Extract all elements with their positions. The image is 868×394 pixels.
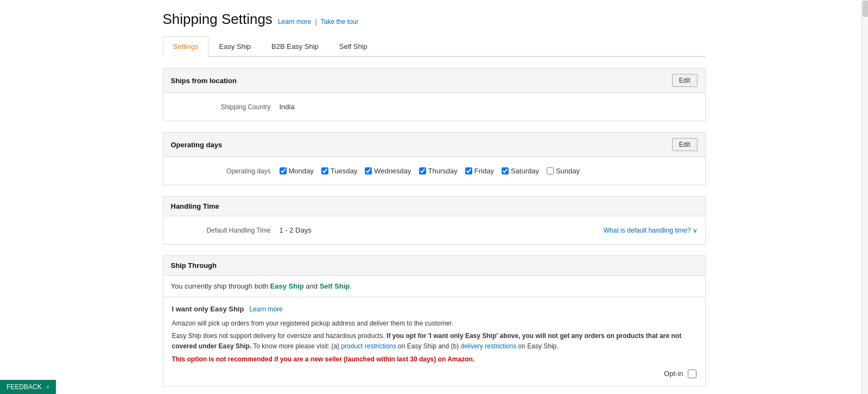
- header-links: Learn more | Take the tour: [278, 18, 358, 26]
- easy-ship-desc2: Easy Ship does not support delivery for …: [172, 331, 696, 352]
- ship-through-section: Ship Through You currently ship through …: [163, 255, 706, 386]
- page-header: Shipping Settings Learn more | Take the …: [163, 11, 706, 28]
- easy-ship-learn-more-link[interactable]: Learn more: [249, 305, 282, 313]
- monday-checkbox[interactable]: [280, 167, 287, 174]
- take-tour-link[interactable]: Take the tour: [321, 18, 358, 26]
- tab-easy-ship[interactable]: Easy Ship: [208, 36, 261, 56]
- tuesday-checkbox[interactable]: [321, 167, 328, 174]
- wednesday-checkbox[interactable]: [365, 167, 372, 174]
- easy-ship-title-row: I want only Easy Ship Learn more: [172, 305, 696, 313]
- warning-text: This option is not recommended if you ar…: [172, 355, 696, 363]
- operating-days-header: Operating days Edit: [163, 133, 705, 157]
- operating-days-section: Operating days Edit Operating days Monda…: [163, 132, 706, 185]
- desc2-before: Easy Ship does not support delivery for …: [172, 332, 387, 340]
- day-wednesday[interactable]: Wednesday: [365, 167, 411, 175]
- feedback-label: FEEDBACK: [7, 383, 42, 391]
- learn-more-link[interactable]: Learn more: [278, 18, 311, 26]
- default-handling-value: 1 - 2 Days: [280, 226, 604, 234]
- ships-from-section: Ships from location Edit Shipping Countr…: [163, 68, 706, 121]
- ship-through-prefix: You currently ship through both: [171, 282, 270, 290]
- handling-time-row: Default Handling Time 1 - 2 Days What is…: [171, 222, 698, 239]
- handling-time-content: Default Handling Time 1 - 2 Days What is…: [163, 216, 705, 244]
- operating-days-row: Operating days Monday Tuesday Wednesday …: [171, 162, 698, 179]
- ships-from-title: Ships from location: [171, 77, 237, 85]
- ship-through-title: Ship Through: [171, 261, 217, 270]
- saturday-checkbox[interactable]: [502, 167, 509, 174]
- sunday-checkbox[interactable]: [547, 167, 554, 174]
- shipping-country-label: Shipping Country: [171, 103, 280, 111]
- tab-b2b-easy-ship[interactable]: B2B Easy Ship: [261, 36, 329, 56]
- day-tuesday[interactable]: Tuesday: [321, 167, 357, 175]
- tab-self-ship[interactable]: Self Ship: [329, 36, 378, 56]
- self-ship-text: Self Ship: [320, 282, 350, 290]
- operating-days-title: Operating days: [171, 141, 223, 149]
- product-restrictions-link[interactable]: product restrictions: [341, 342, 396, 350]
- ships-from-header: Ships from location Edit: [163, 68, 705, 93]
- handling-time-section: Handling Time Default Handling Time 1 - …: [163, 196, 706, 245]
- day-monday[interactable]: Monday: [280, 167, 314, 175]
- easy-ship-desc1: Amazon will pick up orders from your reg…: [172, 318, 696, 329]
- feedback-button[interactable]: FEEDBACK ×: [0, 380, 56, 394]
- handling-time-title: Handling Time: [171, 202, 219, 210]
- handling-time-header: Handling Time: [163, 197, 705, 216]
- ship-through-suffix: .: [350, 282, 352, 290]
- day-friday[interactable]: Friday: [465, 167, 494, 175]
- tabs-bar: Settings Easy Ship B2B Easy Ship Self Sh…: [163, 36, 706, 57]
- opt-in-checkbox[interactable]: [688, 370, 696, 378]
- ship-through-description: You currently ship through both Easy Shi…: [163, 276, 705, 297]
- operating-days-label: Operating days: [171, 167, 280, 175]
- opt-in-row: Opt-in: [172, 370, 696, 378]
- on-easy-ship1: on Easy Ship and (b): [396, 342, 461, 350]
- ships-from-edit-button[interactable]: Edit: [672, 74, 698, 87]
- handling-time-help-link[interactable]: What is default handling time? ∨: [604, 227, 698, 234]
- operating-days-edit-button[interactable]: Edit: [672, 138, 698, 151]
- friday-checkbox[interactable]: [465, 167, 472, 174]
- desc2-after: To know more please visit: (a): [251, 342, 341, 350]
- scrollbar-thumb[interactable]: [863, 1, 868, 17]
- chevron-down-icon: ∨: [693, 227, 698, 234]
- ship-through-header: Ship Through: [163, 256, 705, 276]
- delivery-restrictions-link[interactable]: delivery restrictions: [461, 342, 517, 350]
- easy-ship-text: Easy Ship: [270, 282, 304, 290]
- ship-through-connector: and: [304, 282, 320, 290]
- shipping-country-row: Shipping Country India: [171, 98, 698, 115]
- day-thursday[interactable]: Thursday: [419, 167, 458, 175]
- thursday-checkbox[interactable]: [419, 167, 426, 174]
- separator: |: [315, 18, 317, 26]
- page-title: Shipping Settings: [163, 11, 273, 28]
- ships-from-content: Shipping Country India: [163, 93, 705, 121]
- day-sunday[interactable]: Sunday: [547, 167, 580, 175]
- operating-days-content: Operating days Monday Tuesday Wednesday …: [163, 157, 705, 185]
- default-handling-label: Default Handling Time: [171, 227, 280, 234]
- opt-in-label: Opt-in: [664, 370, 683, 378]
- day-saturday[interactable]: Saturday: [502, 167, 539, 175]
- easy-ship-optin-title: I want only Easy Ship: [172, 305, 244, 313]
- shipping-country-value: India: [280, 103, 698, 111]
- feedback-close-icon[interactable]: ×: [46, 384, 49, 390]
- tab-settings[interactable]: Settings: [163, 36, 209, 57]
- scrollbar-track[interactable]: [861, 0, 868, 394]
- on-easy-ship2: on Easy Ship.: [516, 342, 558, 350]
- easy-ship-optin-panel: I want only Easy Ship Learn more Amazon …: [163, 297, 705, 386]
- days-checkboxes: Monday Tuesday Wednesday Thursday Friday: [280, 167, 698, 175]
